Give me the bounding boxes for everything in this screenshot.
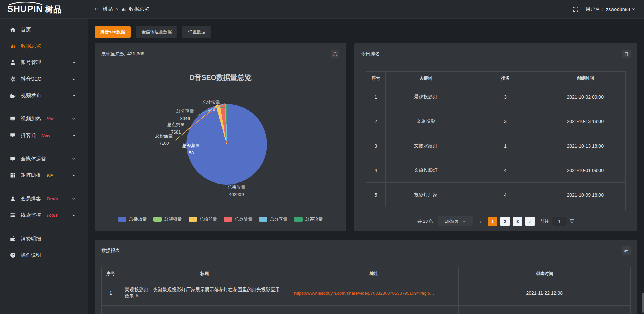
sidebar-badge-member-boom: Tools [46,196,58,201]
report-card-header: 数据报表 表 [95,240,637,262]
ranking-table-row: 5投影灯厂家42021-10-09 18:00 [366,183,626,207]
tab-douyin-seo-data[interactable]: 抖音seo数据 [95,26,131,38]
next-page-button[interactable]: › [525,217,535,226]
report-title: 数据报表 [101,248,120,254]
report-cell-index: 1 [102,280,120,306]
legend-item-1[interactable]: 总视频量 [153,216,182,222]
ranking-partial-row [366,207,626,211]
prev-page-button[interactable]: ‹ [476,217,485,226]
monitor-play-icon [10,116,16,122]
sidebar-item-label: 视频加热 [21,116,41,122]
legend-label: 总分享量 [270,216,287,222]
page-button-3[interactable]: 3 [513,217,522,226]
page-button-1[interactable]: 1 [488,217,497,226]
report-card: 数据报表 表 序号标题地址创建时间1景观投影灯，夜游景观投影灯厂家展示展示落花灯… [95,240,637,314]
logo: SHUPIN 树品 [0,5,88,14]
tab-inquiry-data[interactable]: 询盘数据 [182,26,211,38]
legend-chip [224,217,232,222]
page-size-select[interactable]: 10条/页 [438,216,473,226]
report-cell-title: 景观投影灯，夜游景观投影灯厂家展示展示落花灯在花园里的灯光投影应用效果 # [120,280,289,306]
sidebar-item-matrix-boost[interactable]: 矩阵助推VIP [0,167,88,184]
legend-item-2[interactable]: 总粉丝量 [189,216,217,222]
page-button-2[interactable]: 2 [500,217,510,226]
chevron-down-icon [72,117,76,121]
breadcrumb-root[interactable]: 树品 [103,6,113,12]
ranking-column-header: 创建时间 [545,72,626,85]
sidebar-item-home[interactable]: 首页 [0,21,88,38]
total-view-button[interactable]: 总 [331,50,339,58]
legend-chip [259,217,267,222]
sidebar-item-consume[interactable]: 消费明细 [0,230,88,247]
report-table-row: 1景观投影灯，夜游景观投影灯厂家展示展示落花灯在花园里的灯光投影应用效果 #ht… [102,280,631,306]
sidebar-badge-douketong: New [41,133,50,138]
user-menu[interactable]: 用户名： zswodun88 [586,6,635,12]
question-icon: ? [10,252,16,258]
ranking-cell: 文旅投影灯 [385,158,466,183]
page-scrollbar[interactable] [642,19,644,314]
sidebar-item-member-boom[interactable]: 会员爆客Tools [0,191,88,207]
pie-chart-area: D音SEO数据量总览 总播放量402909总视频量58总粉丝量7100总点赞量7… [95,65,346,231]
pie-label-0: 总播放量402909 [213,184,260,198]
sidebar-item-label: 抖音SEO [21,76,42,82]
sidebar-item-account[interactable]: 账号管理 [0,54,88,71]
legend-chip [189,217,197,222]
pie-label-3: 总点赞量7681 [153,121,200,136]
ranking-cell: 投影灯厂家 [385,183,466,207]
report-column-header: 序号 [102,267,120,280]
legend-item-3[interactable]: 总点赞量 [224,216,252,222]
sidebar-badge-video-heat: Hot [46,116,54,121]
chart-legend: 总播放量总视频量总粉丝量总点赞量总分享量总评论量 [95,216,346,222]
sidebar-item-data-overview[interactable]: 数据总览 [0,38,88,54]
main-content: 抖音seo数据全媒体运营数据询盘数据 展现量总数: 421,369 总 D音SE… [88,19,644,314]
sidebar-item-media-ops[interactable]: 全媒体运营 [0,151,88,167]
ranking-body: 序号关键词排名创建时间1景观投影灯32021-10-02 09:002文旅投影3… [354,65,637,226]
legend-chip [153,217,162,222]
daily-view-button[interactable]: 日 [622,50,631,58]
sidebar-item-video-heat[interactable]: 视频加热Hot [0,111,88,127]
sidebar-item-label: 账号管理 [21,59,41,66]
sidebar-divider [0,227,88,227]
impressions-total: 展现量总数: 421,369 [101,51,144,57]
goto-page-input[interactable] [552,217,567,226]
chevron-down-icon [72,134,76,137]
chevron-down-icon [72,157,76,161]
ranking-cell: 3 [466,109,545,134]
tab-media-ops-data[interactable]: 全媒体运营数据 [136,26,177,38]
fullscreen-icon[interactable] [573,7,578,12]
scrollbar-thumb[interactable] [642,293,644,313]
report-column-header: 地址 [289,267,459,280]
sidebar-item-video-publish[interactable]: 视频发布 [0,87,88,104]
ranking-table-row: 3文旅水纹灯12021-10-13 18:00 [366,134,626,158]
video-link[interactable]: https://www.iesdouyin.com/share/video/70… [294,291,454,296]
legend-label: 总评论量 [305,216,323,222]
legend-item-5[interactable]: 总评论量 [294,216,323,222]
sidebar-item-label: 会员爆客 [21,196,41,202]
report-header-row: 序号标题地址创建时间 [102,267,631,280]
ranking-cell: 文旅水纹灯 [385,134,466,158]
legend-item-4[interactable]: 总分享量 [259,216,287,222]
ranking-cell: 2 [366,109,386,134]
ranking-cell: 3 [466,85,545,109]
report-table: 序号标题地址创建时间1景观投影灯，夜游景观投影灯厂家展示展示落花灯在花园里的灯光… [101,267,631,314]
ranking-table-row: 2文旅投影32021-10-13 18:00 [366,109,626,134]
sidebar-item-guide[interactable]: ?操作说明 [0,247,88,263]
pagination-total: 共 23 条 [417,218,433,224]
table-view-button[interactable]: 表 [622,246,631,255]
ranking-cell: 2021-10-09 18:00 [545,183,626,207]
user-label: 用户名： [586,6,604,12]
sidebar-item-clue-monitor[interactable]: 线索监控Tools [0,207,88,223]
sidebar: 首页数据总览账号管理抖音SEO视频发布视频加热Hot抖客通New全媒体运营矩阵助… [0,19,88,314]
ranking-card-header: 今日排名 日 [354,43,637,65]
sidebar-item-label: 视频发布 [21,92,41,99]
chart-card: 展现量总数: 421,369 总 D音SEO数据量总览 总播放量402909总视… [95,43,346,231]
legend-chip [118,217,126,222]
chevron-down-icon [462,220,466,223]
sidebar-item-douketong[interactable]: 抖客通New [0,127,88,144]
sidebar-badge-matrix-boost: VIP [46,173,53,178]
legend-item-0[interactable]: 总播放量 [118,216,147,222]
sidebar-item-douyin-seo[interactable]: 抖音SEO [0,71,88,87]
pie-label-5: 总评论量572 [188,98,235,113]
breadcrumb-current: 数据总览 [129,6,149,12]
legend-label: 总点赞量 [235,216,252,222]
ranking-table-wrap: 序号关键词排名创建时间1景观投影灯32021-10-02 09:002文旅投影3… [366,71,626,212]
